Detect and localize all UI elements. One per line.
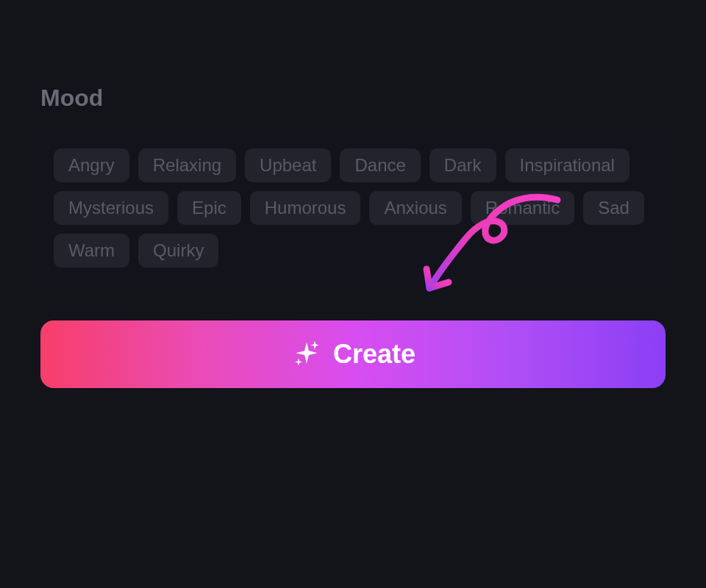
mood-tag-sad[interactable]: Sad xyxy=(583,191,644,225)
create-label: Create xyxy=(333,339,416,370)
mood-tag-mysterious[interactable]: Mysterious xyxy=(54,191,168,225)
mood-tag-relaxing[interactable]: Relaxing xyxy=(138,148,236,182)
mood-tag-dark[interactable]: Dark xyxy=(429,148,496,182)
sparkle-icon xyxy=(290,338,323,370)
mood-tag-upbeat[interactable]: Upbeat xyxy=(245,148,331,182)
mood-tag-inspirational[interactable]: Inspirational xyxy=(505,148,630,182)
section-title: Mood xyxy=(40,85,666,112)
mood-section: Mood Angry Relaxing Upbeat Dance Dark In… xyxy=(0,0,706,388)
mood-tag-anxious[interactable]: Anxious xyxy=(369,191,461,225)
mood-tag-quirky[interactable]: Quirky xyxy=(138,234,218,268)
mood-tag-panel: Angry Relaxing Upbeat Dance Dark Inspira… xyxy=(40,134,666,284)
mood-tag-dance[interactable]: Dance xyxy=(340,148,420,182)
create-button[interactable]: Create xyxy=(40,320,666,388)
mood-tag-warm[interactable]: Warm xyxy=(54,234,129,268)
mood-tag-epic[interactable]: Epic xyxy=(177,191,241,225)
mood-tag-angry[interactable]: Angry xyxy=(54,148,129,182)
mood-tag-humorous[interactable]: Humorous xyxy=(250,191,361,225)
mood-tag-romantic[interactable]: Romantic xyxy=(471,191,574,225)
